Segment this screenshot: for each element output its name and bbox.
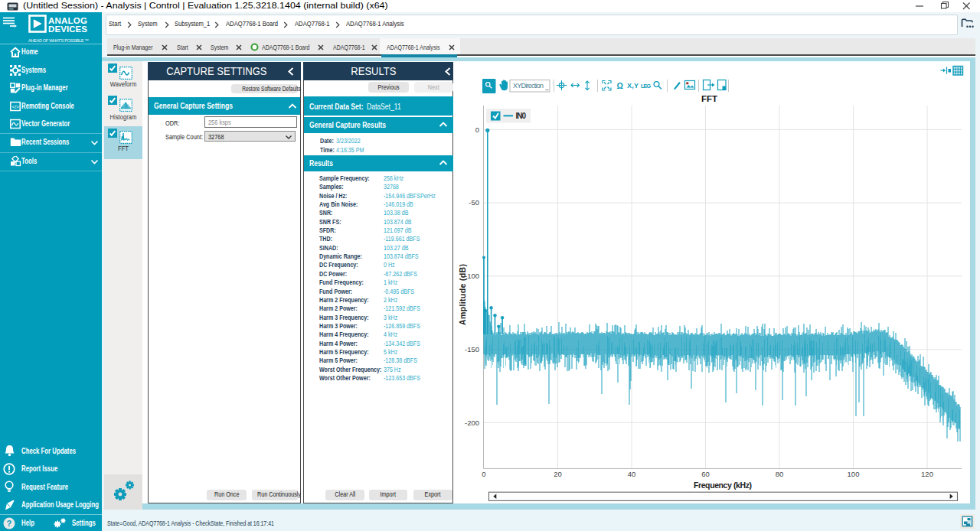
svg-text:60: 60 — [701, 470, 710, 478]
svg-text:80: 80 — [776, 470, 784, 478]
svg-text:Frequency (kHz): Frequency (kHz) — [694, 481, 752, 490]
svg-text:-150: -150 — [465, 345, 479, 353]
svg-text:DEVICES: DEVICES — [48, 24, 87, 34]
svg-text:LEG: LEG — [641, 83, 651, 90]
svg-text:Amplitude (dB): Amplitude (dB) — [458, 264, 467, 325]
svg-text:0: 0 — [475, 125, 479, 134]
svg-text:</>: </> — [12, 104, 20, 109]
svg-text:120: 120 — [921, 470, 933, 478]
svg-text:-50: -50 — [469, 198, 479, 207]
svg-text:XYDirection: XYDirection — [513, 82, 544, 90]
svg-text:FFT: FFT — [701, 94, 717, 103]
svg-text:-200: -200 — [465, 419, 479, 427]
svg-text:20: 20 — [554, 470, 562, 478]
svg-text:IN0: IN0 — [516, 112, 527, 120]
svg-text:AHEAD OF WHAT'S POSSIBLE ™: AHEAD OF WHAT'S POSSIBLE ™ — [28, 38, 89, 43]
svg-text:100: 100 — [848, 470, 860, 478]
svg-text:Ω: Ω — [617, 81, 623, 90]
svg-text:40: 40 — [628, 470, 636, 478]
svg-text:X,Y: X,Y — [627, 82, 639, 90]
svg-text:?: ? — [7, 519, 12, 528]
svg-text:0: 0 — [482, 470, 485, 478]
